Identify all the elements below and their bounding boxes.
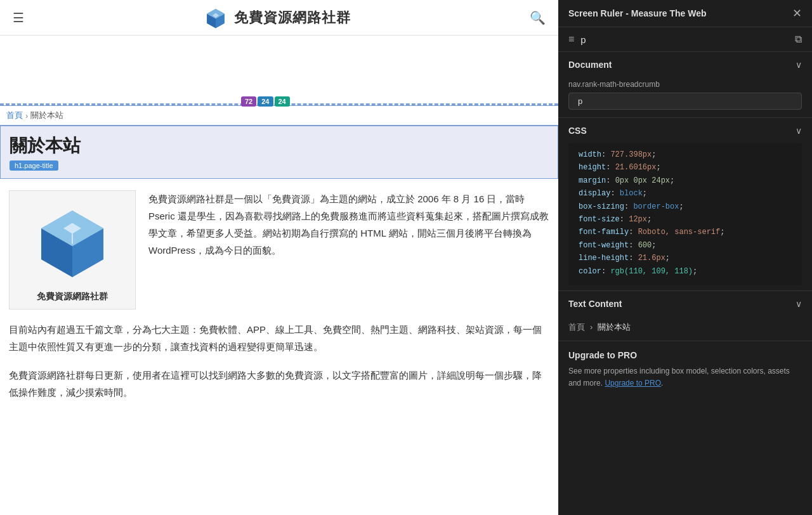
site-brand: 免費資源網路社群 <box>204 6 351 30</box>
upgrade-link[interactable]: Upgrade to PRO <box>605 379 661 388</box>
upgrade-description: See more properties including box model,… <box>568 365 802 389</box>
breadcrumb-sep: › <box>25 111 28 121</box>
hamburger-icon: ≡ <box>568 34 574 45</box>
text-content-about: 關於本站 <box>598 322 631 333</box>
css-line-color: color: rgb(110, 109, 118); <box>579 265 792 278</box>
site-image-box: 免費資源網路社群 <box>9 190 136 310</box>
text-content-value: 首頁 › 關於本站 <box>558 316 812 341</box>
page-title-section: 關於本站 h1.page-title <box>0 126 558 179</box>
document-tag-pill: p <box>568 93 802 110</box>
page-title: 關於本站 <box>10 134 549 158</box>
article-paragraph-1: 免費資源網路社群是一個以「免費資源」為主題的網站，成立於 2006 年 8 月 … <box>148 190 549 310</box>
upgrade-section: Upgrade to PRO See more properties inclu… <box>558 341 812 515</box>
measure-badge-3: 24 <box>275 96 290 107</box>
css-line-width: width: 727.398px; <box>579 148 792 161</box>
copy-icon[interactable]: ⧉ <box>795 34 802 45</box>
page-title-tag-badge: h1.page-title <box>10 160 58 171</box>
text-content-header[interactable]: Text Content ∨ <box>558 291 812 316</box>
menu-icon[interactable]: ☰ <box>13 10 24 25</box>
text-content-chevron-icon: ∨ <box>796 299 802 309</box>
upgrade-title: Upgrade to PRO <box>568 350 802 360</box>
text-content-home: 首頁 <box>568 322 585 333</box>
hero-area <box>0 36 558 105</box>
document-section: Document ∨ nav.rank-math-breadcrumb p <box>558 52 812 118</box>
document-selector: nav.rank-math-breadcrumb <box>568 80 802 89</box>
browser-area: ☰ 免費資源網路社群 🔍 72 24 24 <box>0 0 558 515</box>
css-section-header[interactable]: CSS ∨ <box>558 118 812 143</box>
screen-ruler-panel: Screen Ruler - Measure The Web ✕ ≡ p ⧉ D… <box>558 0 812 515</box>
close-button[interactable]: ✕ <box>792 8 802 19</box>
measure-badge-1: 72 <box>241 96 256 107</box>
document-section-title: Document <box>568 60 612 70</box>
article-paragraph-2: 目前站內有超過五千篇文章，分為七大主題：免費軟體、APP、線上工具、免費空間、熱… <box>9 321 549 355</box>
search-button[interactable]: 🔍 <box>530 10 546 25</box>
panel-title: Screen Ruler - Measure The Web <box>568 8 707 18</box>
element-tag-label: p <box>580 34 586 45</box>
content-area: 關於本站 h1.page-title 免費資源網路社群 <box>0 126 558 515</box>
css-block: width: 727.398px; height: 21.6016px; mar… <box>568 143 802 285</box>
main-content: 免費資源網路社群 免費資源網路社群是一個以「免費資源」為主題的網站，成立於 20… <box>0 179 558 321</box>
site-image-label: 免費資源網路社群 <box>37 291 108 303</box>
panel-header: Screen Ruler - Measure The Web ✕ <box>558 0 812 27</box>
css-section: CSS ∨ width: 727.398px; height: 21.6016p… <box>558 118 812 291</box>
breadcrumb-home[interactable]: 首頁 <box>6 110 23 121</box>
css-line-boxsizing: box-sizing: border-box; <box>579 200 792 213</box>
css-line-fontweight: font-weight: 600; <box>579 239 792 252</box>
text-content-title: Text Content <box>568 299 622 309</box>
measurement-badges: 72 24 24 <box>241 96 290 107</box>
element-row-left: ≡ p <box>568 34 586 45</box>
site-image-icon <box>28 197 117 286</box>
css-line-fontfamily: font-family: Roboto, sans-serif; <box>579 226 792 238</box>
text-content-arrow: › <box>590 322 593 332</box>
text-content-section: Text Content ∨ 首頁 › 關於本站 <box>558 291 812 341</box>
css-line-fontsize: font-size: 12px; <box>579 213 792 226</box>
document-chevron-icon: ∨ <box>796 60 802 70</box>
css-section-title: CSS <box>568 126 587 136</box>
second-content: 目前站內有超過五千篇文章，分為七大主題：免費軟體、APP、線上工具、免費空間、熱… <box>0 321 558 424</box>
breadcrumb-area: 72 24 24 首頁 › 關於本站 <box>0 105 558 126</box>
css-line-height: height: 21.6016px; <box>579 161 792 174</box>
css-line-lineheight: line-height: 21.6px; <box>579 252 792 264</box>
document-section-header[interactable]: Document ∨ <box>558 52 812 77</box>
breadcrumb-current: 關於本站 <box>30 110 63 121</box>
element-row: ≡ p ⧉ <box>558 27 812 52</box>
site-logo-icon <box>204 6 228 30</box>
top-bar: ☰ 免費資源網路社群 🔍 <box>0 0 558 36</box>
breadcrumb: 首頁 › 關於本站 <box>0 105 558 126</box>
css-line-display: display: block; <box>579 187 792 200</box>
article-paragraph-3: 免費資源網路社群每日更新，使用者在這裡可以找到網路大多數的免費資源，以文字搭配豐… <box>9 367 549 401</box>
css-line-margin: margin: 0px 0px 24px; <box>579 174 792 187</box>
document-section-content: nav.rank-math-breadcrumb p <box>558 77 812 117</box>
site-title: 免費資源網路社群 <box>234 8 351 27</box>
css-chevron-icon: ∨ <box>796 126 802 136</box>
measure-badge-2: 24 <box>258 96 273 107</box>
